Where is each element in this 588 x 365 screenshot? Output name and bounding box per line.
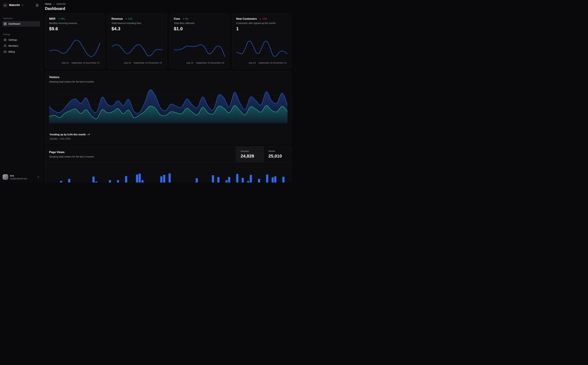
bar [138,174,141,182]
chevron-right-icon [53,3,55,5]
visitors-period: January - June 2024 [49,137,90,140]
stat-subtitle: Total fees collected [174,22,225,24]
sidebar-item-label: Dashboard [8,22,20,25]
user-name: test [10,174,27,177]
bar [212,175,214,182]
page-views-bar-chart [49,162,287,182]
sidebar: m Makerkit Application Dashboard Setting… [0,0,42,182]
makerkit-logo: m [3,3,8,8]
bar [250,175,252,182]
bar [228,177,230,182]
sidebar-section-application: Application [3,17,39,20]
sidebar-item-dashboard[interactable]: Dashboard [2,21,40,27]
visitors-area-chart [49,86,287,123]
sparkline-chart [236,38,287,59]
breadcrumb: Home Makerkit [45,3,292,5]
bar [141,180,144,182]
stat-title: New Customers [236,17,257,20]
bar [217,177,220,182]
mobile-value: 25,010 [269,154,291,159]
x-axis-labels: July 24 September 24 December 24 [111,62,163,64]
bar [266,175,268,182]
stat-title: MRR [49,17,55,20]
bar [236,174,238,182]
sparkline-chart [111,38,163,59]
dashboard-icon [4,22,7,25]
gridline [49,167,287,167]
sidebar-section-settings: Settings [3,33,39,35]
bar [258,179,260,182]
arrow-up-icon [58,18,60,20]
stat-subtitle: Total revenue including fees [111,22,163,24]
trend-badge: 12% [125,18,132,20]
bar [242,178,244,182]
bar [68,179,70,182]
x-axis-labels: July 24 September 24 December 24 [174,62,225,64]
main-content: Home Makerkit Dashboard MRR 20% Monthly … [42,0,294,182]
user-avatar [3,174,8,180]
bar [117,180,119,182]
desktop-value: 24,828 [241,154,264,159]
bar [247,181,249,182]
breadcrumb-current[interactable]: Makerkit [56,3,66,5]
desktop-label: Desktop [241,150,264,152]
stat-value: 1 [236,26,287,31]
stat-subtitle: Customers who signed up this month [236,22,287,24]
stat-value: $4.3 [111,26,163,31]
bar [136,175,138,182]
bar [92,176,95,182]
stat-value: $9.6 [49,26,100,31]
x-axis-labels: July 24 September 24 December 24 [49,62,100,64]
sidebar-item-label: Members [8,44,18,47]
gear-icon [4,38,7,41]
x-axis-labels: July 24 September 24 December 24 [236,62,287,64]
stat-value: $1.0 [174,26,225,31]
page-views-card: Page Views Showing total visitors for th… [45,146,292,182]
sidebar-item-label: Billing [8,50,15,53]
arrow-up-icon [183,18,185,20]
workspace-switcher[interactable]: m Makerkit [2,2,40,8]
mobile-stat-toggle[interactable]: Mobile 25,010 [264,146,291,162]
visitors-title: Visitors [49,76,287,79]
user-email: test@makerkit.dev [10,177,27,180]
trend-badge: -25% [259,18,267,20]
arrow-down-icon [259,18,261,20]
sidebar-item-members[interactable]: Members [2,43,40,49]
bar [125,176,127,182]
user-menu[interactable]: test test@makerkit.dev [2,174,40,181]
visitors-card: Visitors Showing total visitors for the … [45,71,292,144]
stat-card-revenue: Revenue 12% Total revenue including fees… [107,14,167,69]
chevrons-up-down-icon [37,176,40,178]
page-title: Dashboard [45,7,292,11]
sidebar-item-settings[interactable]: Settings [2,37,40,43]
bar [272,177,274,182]
bar [274,176,276,182]
trend-badge: 9% [183,18,188,20]
sidebar-item-billing[interactable]: Billing [2,49,40,55]
page-views-subtitle: Showing total visitors for the last 3 mo… [49,155,232,158]
bar [163,175,165,182]
sidebar-item-label: Settings [8,39,17,41]
breadcrumb-home-link[interactable]: Home [45,3,51,5]
sparkline-chart [174,38,225,59]
bar [169,173,171,182]
arrow-up-icon [125,18,127,20]
stat-title: Fees [174,17,180,20]
chevrons-up-down-icon [21,4,24,7]
stat-card-mrr: MRR 20% Monthly recurring revenue $9.6 J… [45,14,104,69]
stat-card-fees: Fees 9% Total fees collected $1.0 July 2… [170,14,229,69]
bar [160,176,162,182]
trend-badge: 20% [58,18,65,20]
visitors-trend-text: Trending up by 5.2% this month [49,133,86,136]
page-views-header: Page Views Showing total visitors for th… [45,146,291,162]
mobile-label: Mobile [269,150,291,152]
sparkline-chart [49,38,100,59]
stat-card-new-customers: New Customers -25% Customers who signed … [232,14,292,69]
bar [225,180,228,182]
notifications-button[interactable] [35,3,40,8]
bar [196,178,198,182]
visitors-subtitle: Showing total visitors for the last 6 mo… [49,80,287,83]
bar [282,177,284,182]
stat-card-grid: MRR 20% Monthly recurring revenue $9.6 J… [45,14,292,69]
desktop-stat-toggle[interactable]: Desktop 24,828 [236,146,264,162]
